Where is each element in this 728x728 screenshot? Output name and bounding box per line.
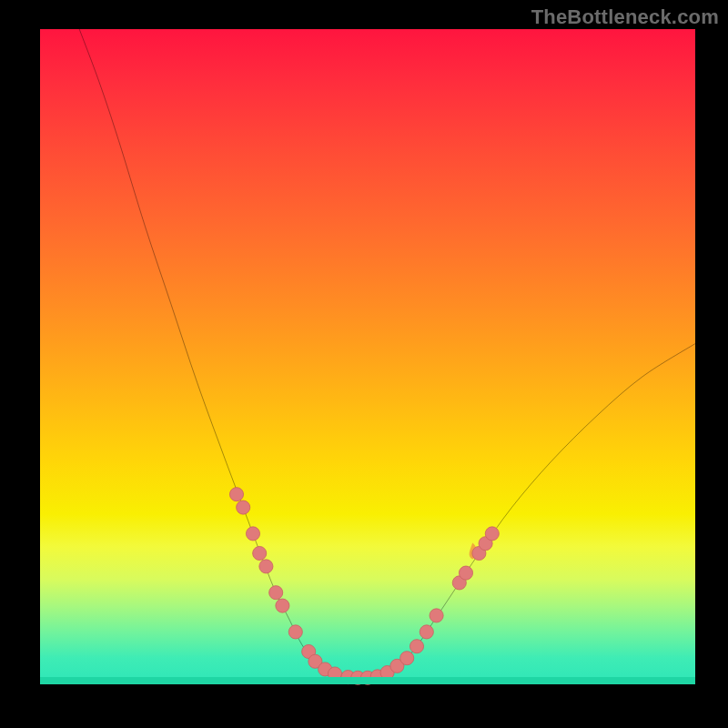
curve-marker xyxy=(485,527,499,541)
watermark-text: TheBottleneck.com xyxy=(531,5,719,29)
curve-marker xyxy=(459,566,472,580)
curve-marker xyxy=(430,609,443,622)
curve-marker xyxy=(288,625,302,639)
curve-marker xyxy=(229,488,243,501)
chart-frame: TheBottleneck.com xyxy=(0,0,728,728)
curve-marker xyxy=(341,671,355,684)
curve-marker xyxy=(269,586,283,600)
curve-marker xyxy=(276,599,289,612)
curve-markers xyxy=(229,488,499,685)
curve-marker xyxy=(400,652,414,665)
plot-area xyxy=(40,29,695,684)
bottleneck-curve xyxy=(40,29,695,684)
curve-marker xyxy=(246,527,259,541)
curve-marker xyxy=(420,625,433,639)
curve-marker xyxy=(410,640,423,653)
curve-marker xyxy=(253,546,267,560)
curve-path xyxy=(79,29,695,678)
curve-marker xyxy=(328,667,341,681)
curve-marker xyxy=(259,560,273,573)
curve-marker xyxy=(237,500,250,514)
